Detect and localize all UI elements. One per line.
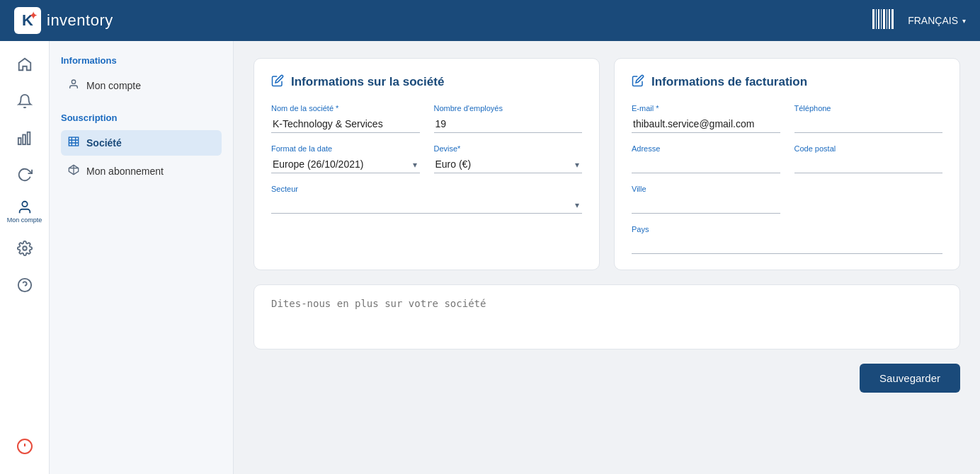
telephone-input[interactable] — [794, 115, 943, 133]
adresse-input[interactable] — [632, 156, 780, 173]
company-card-header: Informations sur la société — [271, 74, 582, 90]
user-icon — [68, 79, 79, 93]
sidebar-item-history[interactable] — [7, 158, 42, 191]
sidebar-item-chart[interactable] — [7, 122, 42, 154]
sidebar-item-bell[interactable] — [7, 85, 42, 117]
secteur-label: Secteur — [271, 185, 582, 193]
email-input[interactable] — [632, 115, 780, 133]
adresse-group: Adresse — [632, 144, 780, 173]
svg-rect-10 — [27, 132, 30, 144]
svg-rect-2 — [878, 9, 879, 29]
svg-rect-6 — [889, 9, 890, 29]
diamond-icon — [68, 164, 79, 178]
adresse-label: Adresse — [632, 144, 780, 153]
save-button[interactable]: Sauvegarder — [860, 364, 960, 393]
email-label: E-mail * — [632, 104, 780, 112]
svg-rect-19 — [69, 137, 78, 146]
svg-point-12 — [23, 246, 27, 250]
sidebar-item-settings[interactable] — [7, 232, 42, 265]
main-layout: Mon compte Informations — [0, 41, 980, 474]
topnav-right: FRANÇAIS ▾ — [872, 9, 966, 33]
top-navbar: K✦ inventory FRANÇAIS ▾ — [0, 0, 980, 41]
devise-select-wrapper: Euro (€) Dollar ($) Livre (£) — [434, 156, 583, 173]
sidebar-item-account[interactable]: Mon compte — [7, 195, 42, 228]
sidebar-menu: Informations Mon compte Souscription Soc… — [50, 41, 234, 474]
logo-k-icon: K✦ — [14, 7, 41, 34]
secteur-group: Secteur — [271, 185, 582, 214]
section-title-souscription: Souscription — [61, 112, 222, 123]
format-date-select-wrapper: Europe (26/10/2021) US (10/26/2021) ISO … — [271, 156, 420, 173]
secteur-select[interactable] — [271, 196, 582, 214]
logo-text: inventory — [47, 11, 113, 30]
billing-form: E-mail * Téléphone Adresse Code postal — [632, 104, 942, 254]
save-row: Sauvegarder — [253, 364, 960, 393]
barcode-icon[interactable] — [872, 9, 894, 33]
item-label-mon-abonnement: Mon abonnement — [86, 166, 164, 177]
item-label-mon-compte: Mon compte — [86, 80, 141, 91]
pays-input[interactable] — [632, 236, 942, 254]
nom-societe-group: Nom de la société * — [271, 104, 420, 133]
company-card-title: Informations sur la société — [291, 75, 444, 89]
sidebar-item-mon-compte[interactable]: Mon compte — [61, 73, 222, 98]
description-card — [253, 284, 960, 349]
telephone-label: Téléphone — [794, 104, 943, 112]
devise-label: Devise* — [434, 144, 583, 153]
nombre-employes-input[interactable] — [434, 115, 583, 133]
nombre-employes-group: Nombre d'employés — [434, 104, 583, 133]
ville-input[interactable] — [632, 196, 780, 214]
section-title-informations: Informations — [61, 55, 222, 66]
svg-rect-9 — [23, 134, 25, 144]
description-textarea[interactable] — [271, 298, 942, 333]
format-date-select[interactable]: Europe (26/10/2021) US (10/26/2021) ISO … — [271, 156, 420, 173]
code-postal-input[interactable] — [794, 156, 943, 173]
billing-card-header: Informations de facturation — [632, 74, 942, 90]
svg-rect-1 — [876, 9, 877, 29]
nom-societe-input[interactable] — [271, 115, 420, 133]
secteur-select-wrapper — [271, 196, 582, 214]
language-selector[interactable]: FRANÇAIS ▾ — [908, 15, 966, 26]
chevron-down-icon: ▾ — [962, 17, 966, 25]
sidebar-item-support[interactable] — [7, 269, 42, 301]
account-icon-label: Mon compte — [7, 216, 42, 224]
sidebar-item-home[interactable] — [7, 48, 42, 81]
svg-rect-7 — [891, 9, 894, 29]
nombre-employes-label: Nombre d'employés — [434, 104, 583, 112]
devise-group: Devise* Euro (€) Dollar ($) Livre (£) — [434, 144, 583, 173]
company-card: Informations sur la société Nom de la so… — [253, 58, 600, 270]
edit-billing-icon — [632, 74, 644, 90]
cards-row: Informations sur la société Nom de la so… — [253, 58, 960, 270]
billing-card-title: Informations de facturation — [651, 75, 807, 89]
svg-rect-3 — [881, 9, 882, 29]
svg-point-18 — [72, 80, 75, 83]
svg-rect-4 — [883, 9, 885, 29]
ville-group: Ville — [632, 185, 780, 214]
sidebar-item-societe[interactable]: Société — [61, 130, 222, 156]
svg-point-11 — [22, 202, 27, 207]
building-icon — [68, 136, 79, 150]
logo-area: K✦ inventory — [14, 7, 113, 34]
svg-rect-5 — [887, 9, 887, 29]
code-postal-label: Code postal — [794, 144, 943, 153]
format-date-label: Format de la date — [271, 144, 420, 153]
pays-label: Pays — [632, 225, 942, 233]
language-label: FRANÇAIS — [908, 15, 958, 26]
devise-select[interactable]: Euro (€) Dollar ($) Livre (£) — [434, 156, 583, 173]
edit-company-icon — [271, 74, 284, 90]
sidebar-item-mon-abonnement[interactable]: Mon abonnement — [61, 158, 222, 184]
svg-rect-0 — [872, 9, 874, 29]
format-date-group: Format de la date Europe (26/10/2021) US… — [271, 144, 420, 173]
main-content: Informations sur la société Nom de la so… — [234, 41, 980, 474]
ville-label: Ville — [632, 185, 780, 193]
sidebar-icons: Mon compte — [0, 41, 50, 474]
item-label-societe: Société — [86, 137, 122, 149]
code-postal-group: Code postal — [794, 144, 943, 173]
nom-societe-label: Nom de la société * — [271, 104, 420, 112]
company-form: Nom de la société * Nombre d'employés Fo… — [271, 104, 582, 214]
telephone-group: Téléphone — [794, 104, 943, 133]
logout-button[interactable] — [7, 430, 42, 463]
pays-group: Pays — [632, 225, 942, 254]
svg-rect-8 — [18, 138, 21, 144]
billing-card: Informations de facturation E-mail * Tél… — [614, 58, 960, 270]
email-group: E-mail * — [632, 104, 780, 133]
